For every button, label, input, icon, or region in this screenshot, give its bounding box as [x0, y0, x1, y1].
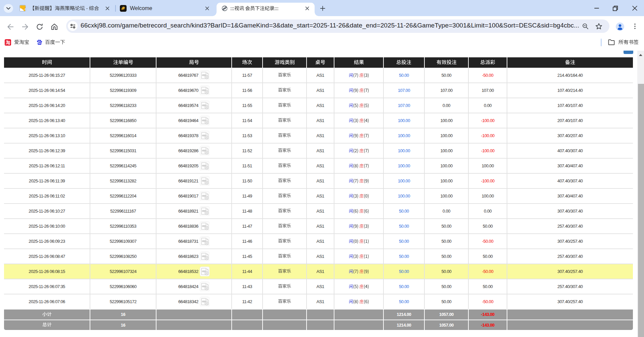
svg-text:du: du [38, 42, 41, 44]
